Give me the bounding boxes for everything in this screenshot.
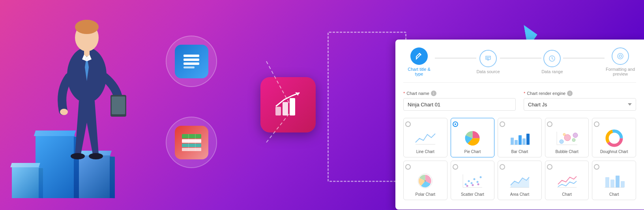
chart-name-info-icon[interactable]: i <box>431 91 436 96</box>
chart-type-grid-row1: Line Chart Pie Chart <box>403 118 636 157</box>
chart-type-5[interactable]: Chart <box>592 161 636 200</box>
polar-chart-visual <box>414 172 437 190</box>
svg-rect-27 <box>182 134 201 138</box>
step-4-label: Formatting and preview <box>605 67 636 76</box>
step-1-label: Chart title & type <box>403 67 435 76</box>
svg-rect-35 <box>290 98 295 115</box>
bubble-chart-visual <box>555 129 579 147</box>
svg-rect-34 <box>283 102 288 115</box>
icon-circle-spreadsheet <box>166 36 217 87</box>
svg-rect-16 <box>112 96 125 114</box>
svg-rect-26 <box>183 66 195 68</box>
wizard-step-1[interactable]: Chart title & type <box>403 47 435 76</box>
chart-type-grid-row2: Polar Chart <box>403 161 636 200</box>
svg-point-41 <box>618 53 623 59</box>
line-chart-visual <box>414 129 437 147</box>
chart5-label: Chart <box>609 192 619 197</box>
chart-type-area[interactable]: Area Chart <box>498 161 542 200</box>
svg-point-73 <box>472 184 474 186</box>
svg-rect-49 <box>522 138 526 145</box>
chart-type-4[interactable]: Chart <box>545 161 589 200</box>
chart-engine-label: * Chart render engine i <box>524 91 636 96</box>
step-connector-1 <box>435 58 476 59</box>
svg-rect-80 <box>616 176 620 187</box>
chart4-label: Chart <box>562 192 571 197</box>
chart4-visual <box>555 172 579 190</box>
chart-type-line[interactable]: Line Chart <box>403 118 447 157</box>
step-3-circle <box>543 50 561 67</box>
svg-point-57 <box>573 133 578 138</box>
chart-type-scatter[interactable]: Scatter Chart <box>451 161 495 200</box>
svg-rect-33 <box>275 107 281 115</box>
dashed-rectangle <box>328 32 406 182</box>
chart-type-pie[interactable]: Pie Chart <box>451 118 495 157</box>
chart-type-polar[interactable]: Polar Chart <box>403 161 447 200</box>
bar-chart-visual <box>508 129 532 147</box>
chart-center-icon <box>260 77 316 132</box>
wizard-step-3[interactable]: Data range <box>541 50 563 74</box>
chart-radio-line <box>405 121 411 127</box>
doughnut-chart-label: Doughnut Chart <box>600 149 628 154</box>
area-chart-label: Area Chart <box>510 192 529 197</box>
svg-point-53 <box>560 140 564 144</box>
chart-type-bar[interactable]: Bar Chart <box>498 118 542 157</box>
step-connector-2 <box>500 58 541 59</box>
svg-rect-46 <box>511 138 514 145</box>
chart-radio-bubble <box>547 121 552 127</box>
step-2-circle <box>479 50 497 67</box>
chart-type-bubble[interactable]: Bubble Chart <box>545 118 589 157</box>
svg-rect-81 <box>621 181 625 187</box>
scatter-chart-visual <box>461 172 484 190</box>
svg-point-17 <box>71 153 85 159</box>
svg-rect-28 <box>182 139 201 143</box>
svg-point-68 <box>470 182 472 184</box>
chart-engine-select[interactable]: Chart Js <box>524 98 636 111</box>
svg-point-67 <box>468 180 470 182</box>
svg-point-18 <box>89 153 103 159</box>
bar-chart-label: Bar Chart <box>511 149 528 154</box>
wizard-step-2[interactable]: Data source <box>476 50 500 74</box>
svg-point-72 <box>466 185 468 187</box>
svg-point-69 <box>473 178 475 180</box>
svg-rect-25 <box>183 62 199 65</box>
step-connector-3 <box>563 58 605 59</box>
chart-radio-doughnut <box>594 121 599 127</box>
icon-circle-table <box>166 117 217 168</box>
svg-point-66 <box>464 183 466 185</box>
svg-rect-30 <box>182 148 201 151</box>
scatter-chart-label: Scatter Chart <box>461 192 484 197</box>
form-row-1: * Chart name i * Chart render engine i C… <box>403 91 636 111</box>
chart-radio-polar <box>405 164 411 170</box>
area-chart-visual <box>508 172 532 190</box>
chart-engine-info-icon[interactable]: i <box>567 91 573 96</box>
wizard-steps: Chart title & type Data source Data rang… <box>403 47 636 83</box>
chart-type-doughnut[interactable]: Doughnut Chart <box>592 118 636 157</box>
svg-point-63 <box>425 180 426 182</box>
svg-point-55 <box>572 138 575 142</box>
svg-point-74 <box>477 183 479 185</box>
chart-radio-bar <box>500 121 505 127</box>
chart-name-field: * Chart name i <box>403 91 516 111</box>
wizard-step-4[interactable]: Formatting and preview <box>605 47 636 76</box>
polar-chart-label: Polar Chart <box>416 192 436 197</box>
svg-point-42 <box>619 55 622 57</box>
chart-engine-field: * Chart render engine i Chart Js <box>524 91 636 111</box>
svg-point-19 <box>60 109 68 115</box>
step-1-circle <box>410 47 428 65</box>
svg-rect-48 <box>519 135 522 145</box>
step-3-label: Data range <box>541 69 563 74</box>
pie-chart-visual <box>461 129 484 147</box>
chart-name-input[interactable] <box>403 98 516 111</box>
svg-rect-50 <box>526 134 530 145</box>
svg-rect-23 <box>183 55 199 57</box>
svg-point-71 <box>479 176 481 178</box>
chart-radio-5 <box>594 164 599 170</box>
step-2-label: Data source <box>476 69 500 74</box>
svg-rect-29 <box>182 144 201 147</box>
chart5-visual <box>602 172 626 190</box>
chart-radio-pie <box>453 121 458 127</box>
svg-rect-24 <box>183 59 199 61</box>
svg-rect-47 <box>515 140 518 145</box>
doughnut-chart-visual <box>602 129 626 147</box>
main-container: Chart title & type Data source Data rang… <box>0 0 644 210</box>
